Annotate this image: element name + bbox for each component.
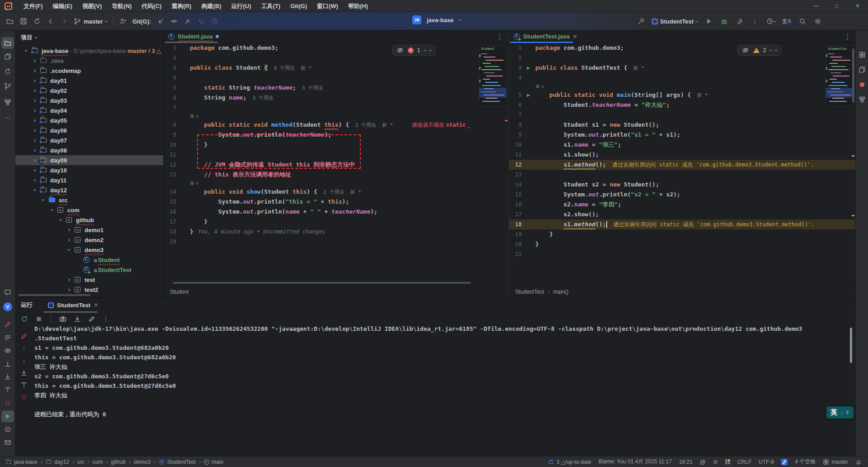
stripe-tool-icon-6[interactable] bbox=[1, 384, 14, 396]
breadcrumb-item-StudentTest[interactable]: StudentTest bbox=[515, 289, 544, 295]
import-icon[interactable] bbox=[72, 314, 83, 324]
tree-chevron-icon[interactable]: › bbox=[32, 177, 38, 183]
tree-chevron-icon[interactable]: › bbox=[40, 197, 47, 203]
menu-item-工具T[interactable]: 工具(T) bbox=[256, 0, 286, 12]
statusbar-crumb-main[interactable]: main bbox=[204, 459, 223, 465]
minimize-button[interactable]: — bbox=[806, 0, 826, 12]
tree-chevron-icon[interactable]: › bbox=[32, 137, 38, 143]
tree-chevron-icon[interactable]: › bbox=[32, 107, 38, 114]
menu-item-视图V[interactable]: 视图(V) bbox=[77, 0, 107, 12]
inlay-gear-icon[interactable]: ⚙ ˅ bbox=[190, 114, 198, 119]
code-line-18[interactable]: 18}You, A minute ago • Uncommitted chang… bbox=[164, 227, 509, 237]
git-menu-label[interactable]: Git(G): bbox=[132, 18, 151, 25]
editor-more-icon[interactable]: ⋮ bbox=[496, 33, 503, 41]
tree-row-com[interactable]: ›com bbox=[15, 205, 164, 215]
minimap-viewport[interactable] bbox=[479, 88, 506, 98]
push-button[interactable] bbox=[181, 15, 194, 28]
code-line-12[interactable]: 12 s1.method();通过实例引用访问 static 成员 'com.g… bbox=[509, 160, 855, 170]
commit-button[interactable] bbox=[168, 15, 180, 28]
statusbar-crumb-com[interactable]: com bbox=[93, 459, 103, 465]
code-line-16[interactable]: 16 s2.name = "李四"; bbox=[509, 200, 855, 210]
code-line-21[interactable]: 21 bbox=[509, 249, 855, 259]
project-widget[interactable]: JB java-base › bbox=[412, 15, 461, 24]
ime-blue-icon[interactable] bbox=[781, 459, 788, 465]
history-button[interactable] bbox=[208, 15, 221, 28]
stripe-tool-icon-1[interactable] bbox=[1, 319, 14, 330]
tree-row-day03[interactable]: ›day03 bbox=[15, 95, 164, 105]
shelve-button[interactable] bbox=[195, 15, 208, 28]
code-line-7[interactable]: 7 bbox=[509, 110, 855, 120]
tree-row-java-base[interactable]: ›java-base - D:\project\java-base master… bbox=[15, 46, 164, 56]
gutter-run-icon[interactable]: ▶ bbox=[522, 66, 535, 70]
tree-chevron-icon[interactable]: › bbox=[32, 87, 38, 94]
tree-row-day02[interactable]: ›day02 bbox=[15, 86, 164, 95]
tree-chevron-icon[interactable]: › bbox=[66, 286, 72, 293]
line-ending[interactable]: CRLF bbox=[737, 459, 751, 465]
reload-button[interactable] bbox=[31, 15, 43, 28]
git-blame[interactable]: Blame: You 01 4月 2025 11:17 bbox=[599, 458, 672, 466]
tree-row-day12[interactable]: ›day12 bbox=[15, 185, 164, 195]
tree-chevron-icon[interactable]: › bbox=[23, 48, 29, 53]
indent-config[interactable]: 4 个空格 bbox=[795, 458, 816, 466]
code-line-16[interactable]: 16 System.out.println(name + " " + teach… bbox=[164, 207, 509, 217]
menu-item-窗口W[interactable]: 窗口(W) bbox=[312, 0, 343, 12]
encoding[interactable]: UTF-8 bbox=[759, 459, 774, 465]
tab-studenttest-java[interactable]: C StudentTest.java ✕ bbox=[509, 30, 582, 43]
stripe-tool-icon-10[interactable] bbox=[1, 437, 14, 448]
more-tool-windows-icon[interactable]: ⋯ bbox=[1, 112, 14, 124]
code-line-15[interactable]: 15 System.out.println("s2 = " + s2); bbox=[509, 190, 855, 200]
minimap-viewport[interactable] bbox=[826, 88, 853, 98]
dnd-icon[interactable]: ⊘ bbox=[713, 458, 718, 465]
close-icon[interactable]: ✕ bbox=[94, 302, 98, 308]
rerun-icon[interactable] bbox=[19, 314, 30, 324]
project-tool-icon[interactable] bbox=[1, 37, 14, 49]
maximize-button[interactable]: □ bbox=[826, 0, 847, 12]
statusbar-crumb-src[interactable]: src bbox=[77, 459, 85, 465]
next-problem-icon[interactable]: › bbox=[773, 49, 779, 51]
more-run-actions[interactable]: ⋮ bbox=[749, 15, 761, 28]
code-line-2[interactable]: 2 bbox=[509, 53, 855, 63]
notifications-icon[interactable] bbox=[855, 459, 862, 465]
stripe-tool-icon-5[interactable] bbox=[1, 371, 14, 383]
gutter-run-icon[interactable]: ▶ bbox=[522, 93, 535, 97]
menu-item-导航N[interactable]: 导航(N) bbox=[107, 0, 137, 12]
tree-row-test[interactable]: ›test bbox=[15, 275, 164, 285]
code-line-10[interactable]: 10 s1.name = "张三"; bbox=[509, 140, 855, 150]
code-area[interactable]: 1package com.github.demo3;23▶public clas… bbox=[509, 43, 855, 286]
debug-button[interactable] bbox=[718, 15, 731, 28]
user-avatar[interactable]: V bbox=[1, 301, 14, 313]
console-gutter-icon-3[interactable]: ↓ bbox=[20, 357, 28, 365]
code-line-10[interactable]: 10 } bbox=[164, 140, 509, 150]
code-line-18[interactable]: 18 s1.method();通过实例引用访问 static 成员 'com.g… bbox=[509, 219, 855, 229]
tree-row-src[interactable]: ›src bbox=[15, 195, 164, 205]
tab-student-java[interactable]: C Student.java bbox=[164, 30, 223, 43]
right-tool-icon-2[interactable] bbox=[856, 64, 868, 76]
tree-chevron-icon[interactable]: › bbox=[32, 57, 38, 64]
stripe-tool-icon-7[interactable] bbox=[1, 397, 14, 409]
tree-chevron-icon[interactable]: › bbox=[32, 157, 38, 163]
update-project-button[interactable] bbox=[154, 15, 167, 28]
editor-h-scrollbar[interactable] bbox=[173, 282, 471, 284]
close-icon[interactable]: ✕ bbox=[573, 33, 577, 40]
stripe-tool-icon-9[interactable] bbox=[1, 424, 14, 435]
add-user-button[interactable] bbox=[117, 15, 129, 28]
run-tool-icon[interactable] bbox=[1, 410, 14, 422]
tree-chevron-icon[interactable]: › bbox=[66, 276, 72, 283]
search-everywhere-button[interactable] bbox=[796, 15, 809, 28]
menu-item-文件F[interactable]: 文件(F) bbox=[19, 0, 48, 12]
run-button[interactable] bbox=[703, 15, 715, 28]
code-line-8[interactable]: 8 Student s1 = new Student(); bbox=[509, 120, 855, 130]
code-line-8[interactable]: 8 public static void method(Student this… bbox=[164, 120, 509, 130]
tree-row-day07[interactable]: ›day07 bbox=[15, 135, 164, 145]
menu-item-编辑E[interactable]: 编辑(E) bbox=[48, 0, 77, 12]
code-line-3[interactable]: 3▶public class StudentTest { 新 * bbox=[509, 63, 855, 73]
tree-chevron-icon[interactable]: › bbox=[66, 247, 72, 253]
menu-item-GitG[interactable]: Git(G) bbox=[285, 0, 312, 12]
tree-row-Student[interactable]: C⧉Student bbox=[15, 255, 164, 265]
editor-v-scrollbar[interactable] bbox=[852, 48, 854, 103]
console-gutter-icon-5[interactable] bbox=[20, 381, 28, 389]
console-gutter-icon-1[interactable] bbox=[20, 332, 28, 340]
code-line-13[interactable]: 13 // this 表示方法调用者的地址 bbox=[164, 170, 509, 180]
code-line-11[interactable]: 11 s1.show(); bbox=[509, 150, 855, 160]
menu-item-运行U[interactable]: 运行(U) bbox=[226, 0, 256, 12]
